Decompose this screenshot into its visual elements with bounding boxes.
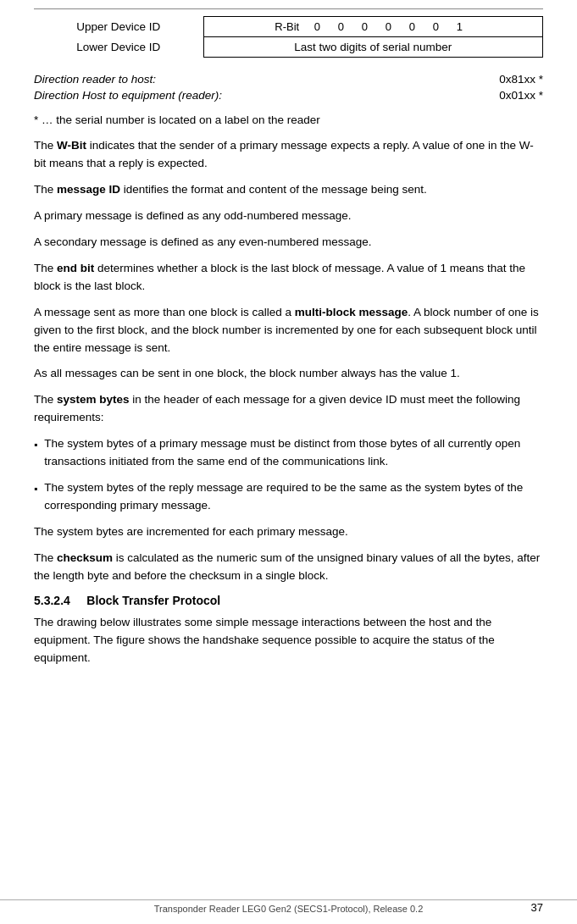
bold-message-id: message ID xyxy=(57,183,120,196)
directions-block: Direction reader to host: 0x81xx * Direc… xyxy=(34,73,543,102)
direction-1-label: Direction reader to host: xyxy=(34,73,156,86)
bold-end-bit: end bit xyxy=(57,262,94,274)
lower-device-id-box: Last two digits of serial number xyxy=(203,37,543,58)
para-system-bytes: The system bytes in the header of each m… xyxy=(34,391,543,427)
upper-device-id-box: R-Bit 0 0 0 0 0 0 1 xyxy=(203,17,543,37)
bullet-list: The system bytes of a primary message mu… xyxy=(34,435,543,515)
bold-checksum: checksum xyxy=(57,551,113,564)
page-number: 37 xyxy=(531,901,543,914)
para-message-id: The message ID identifies the format and… xyxy=(34,181,543,199)
note-line: * … the serial number is located on a la… xyxy=(34,112,543,129)
rbit-label: R-Bit xyxy=(275,20,305,33)
bullet-1-text: The system bytes of a primary message mu… xyxy=(44,435,543,471)
bit-1: 0 xyxy=(329,20,352,33)
bullet-item-2: The system bytes of the reply message ar… xyxy=(34,479,543,515)
para-w-bit: The W-Bit indicates that the sender of a… xyxy=(34,137,543,173)
para-secondary-def: A secondary message is defined as any ev… xyxy=(34,234,543,252)
bullet-item-1: The system bytes of a primary message mu… xyxy=(34,435,543,471)
bit-0: 0 xyxy=(305,20,329,33)
para-multi-block: A message sent as more than one block is… xyxy=(34,304,543,357)
direction-2-value: 0x01xx * xyxy=(499,89,543,102)
section-para: The drawing below illustrates some simpl… xyxy=(34,614,543,667)
bit-5: 0 xyxy=(424,20,447,33)
bit-4: 0 xyxy=(400,20,424,33)
para-checksum: The checksum is calculated as the numeri… xyxy=(34,550,543,585)
bullet-2-text: The system bytes of the reply message ar… xyxy=(44,479,543,515)
lower-device-id-label: Lower Device ID xyxy=(34,37,203,58)
para-block-number: As all messages can be sent in one block… xyxy=(34,365,543,383)
direction-row-1: Direction reader to host: 0x81xx * xyxy=(34,73,543,86)
section-title: Block Transfer Protocol xyxy=(86,594,220,607)
footer-text: Transponder Reader LEG0 Gen2 (SECS1-Prot… xyxy=(154,904,424,914)
direction-2-label: Direction Host to equipment (reader): xyxy=(34,89,222,102)
bold-multi-block: multi-block message xyxy=(295,306,408,318)
upper-device-id-label: Upper Device ID xyxy=(34,17,203,37)
para-end-bit: The end bit determines whether a block i… xyxy=(34,260,543,296)
section-number: 5.3.2.4 xyxy=(34,594,70,607)
para-primary-def: A primary message is defined as any odd-… xyxy=(34,207,543,225)
bold-system-bytes: system bytes xyxy=(57,393,130,406)
section-heading: 5.3.2.4 Block Transfer Protocol xyxy=(34,594,543,607)
bit-6: 1 xyxy=(447,20,471,33)
bold-w-bit: W-Bit xyxy=(57,139,86,152)
top-border xyxy=(34,8,543,9)
para-system-bytes-increment: The system bytes are incremented for eac… xyxy=(34,523,543,541)
device-id-table: Upper Device ID R-Bit 0 0 0 0 0 0 1 Lowe… xyxy=(34,16,543,58)
footer: Transponder Reader LEG0 Gen2 (SECS1-Prot… xyxy=(0,899,577,914)
bit-2: 0 xyxy=(352,20,376,33)
direction-1-value: 0x81xx * xyxy=(499,73,543,86)
direction-row-2: Direction Host to equipment (reader): 0x… xyxy=(34,89,543,102)
bit-3: 0 xyxy=(376,20,400,33)
